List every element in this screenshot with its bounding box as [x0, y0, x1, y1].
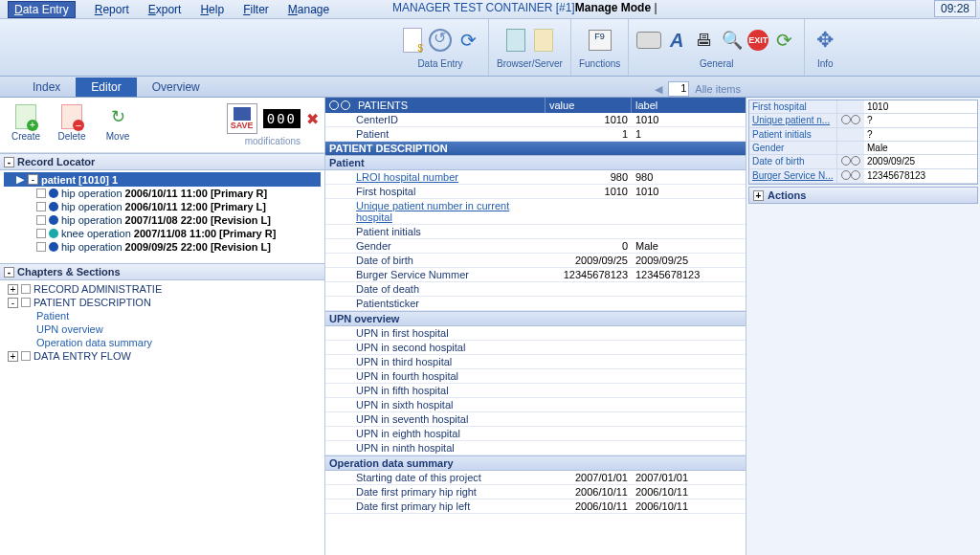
print-icon[interactable]: 🖶	[692, 28, 717, 53]
operation-label: hip operation	[61, 201, 122, 212]
data-row[interactable]: UPN in seventh hospital	[325, 412, 746, 427]
chapter-item[interactable]: +RECORD ADMINISTRATIE	[4, 282, 321, 296]
save-icon[interactable]: SAVE	[227, 103, 257, 134]
data-row[interactable]: UPN in fifth hospital	[325, 384, 746, 398]
data-row[interactable]: Gender0Male	[325, 239, 746, 254]
page-number[interactable]: 1	[668, 81, 689, 97]
checkbox-icon[interactable]	[21, 351, 31, 361]
tab-index[interactable]: Index	[17, 78, 76, 97]
fn-key-icon[interactable]: F9	[588, 28, 612, 53]
refresh-green-icon[interactable]: ⟳	[771, 28, 796, 53]
data-row[interactable]: UPN in ninth hospital	[325, 441, 746, 455]
menu-manage[interactable]: Manage	[288, 3, 329, 16]
menu-help[interactable]: Help	[200, 3, 224, 16]
data-row[interactable]: LROI hospital number980980	[325, 170, 746, 185]
data-row[interactable]: Date first primary hip left2006/10/11200…	[325, 500, 746, 514]
book-yellow-icon[interactable]	[531, 28, 556, 53]
field-value	[546, 355, 632, 368]
menu-filter[interactable]: Filter	[243, 3, 269, 16]
operation-timestamp: 2007/11/08 22:00 [Revision L]	[125, 214, 271, 226]
actions-header[interactable]: +Actions	[748, 187, 978, 204]
data-row[interactable]: Date of death	[325, 282, 746, 297]
data-row[interactable]: Starting date of this project2007/01/012…	[325, 471, 746, 485]
history-icon[interactable]	[428, 28, 453, 53]
checkbox-icon[interactable]	[36, 215, 46, 225]
book-blue-icon[interactable]	[503, 28, 528, 53]
field-name: Date first primary hip right	[352, 485, 546, 499]
modification-counter: 000	[263, 109, 301, 128]
font-icon[interactable]: A	[664, 28, 689, 53]
data-row[interactable]: CenterID10101010	[325, 113, 746, 127]
create-button[interactable]: + Create	[6, 103, 46, 142]
record-locator-header[interactable]: - Record Locator	[0, 153, 324, 170]
checkbox-icon[interactable]	[21, 284, 31, 294]
tab-editor[interactable]: Editor	[76, 78, 136, 97]
data-row[interactable]: UPN in fourth hospital	[325, 369, 746, 384]
operation-item[interactable]: hip operation 2006/10/11 12:00 [Primary …	[4, 200, 321, 213]
data-row[interactable]: Patientsticker	[325, 297, 746, 311]
move-button[interactable]: ↻ Move	[98, 103, 138, 142]
field-value	[546, 326, 632, 340]
data-row[interactable]: Date of birth2009/09/252009/09/25	[325, 254, 746, 268]
checkbox-icon[interactable]	[36, 202, 46, 211]
expander-icon[interactable]: +	[8, 284, 18, 295]
checkbox-icon[interactable]	[36, 229, 46, 238]
menu-data-entry[interactable]: Data Entry	[8, 1, 76, 18]
menu-report[interactable]: Report	[95, 3, 129, 16]
new-doc-icon[interactable]	[400, 28, 425, 53]
data-row[interactable]: UPN in eighth hospital	[325, 427, 746, 441]
operation-item[interactable]: hip operation 2009/09/25 22:00 [Revision…	[4, 240, 321, 254]
expander-icon[interactable]: +	[8, 351, 18, 362]
data-row[interactable]: First hospital10101010	[325, 185, 746, 199]
property-label: Patient initials	[749, 128, 837, 141]
data-row[interactable]: UPN in second hospital	[325, 341, 746, 355]
collapse-icon[interactable]: -	[4, 157, 14, 167]
data-row[interactable]: UPN in sixth hospital	[325, 398, 746, 412]
keyboard-icon[interactable]	[636, 28, 661, 53]
operation-item[interactable]: hip operation 2006/10/11 11:00 [Primary …	[4, 187, 321, 200]
data-row[interactable]: Unique patient number in current hospita…	[325, 199, 746, 225]
property-row[interactable]: GenderMale	[749, 142, 977, 155]
checkbox-icon[interactable]	[21, 298, 31, 307]
property-row[interactable]: Unique patient n...?	[749, 114, 977, 128]
cancel-mods-icon[interactable]: ✖	[306, 110, 319, 128]
operation-timestamp: 2006/10/11 12:00 [Primary L]	[125, 201, 266, 212]
operation-item[interactable]: knee operation 2007/11/08 11:00 [Primary…	[4, 227, 321, 240]
field-name: UPN in second hospital	[352, 341, 546, 354]
refresh-blue-icon[interactable]: ⟳	[456, 28, 480, 53]
patient-node[interactable]: ▶ - patient [1010] 1	[4, 172, 321, 187]
data-grid[interactable]: PATIENTS value label CenterID10101010Pat…	[325, 98, 746, 555]
data-row[interactable]: Patient initials	[325, 225, 746, 239]
search-icon[interactable]: 🔍	[720, 28, 745, 53]
chapter-item[interactable]: -PATIENT DESCRIPTION	[4, 296, 321, 309]
checkbox-icon[interactable]	[36, 242, 46, 252]
field-name: Unique patient number in current hospita…	[352, 199, 546, 224]
delete-button[interactable]: – Delete	[52, 103, 92, 142]
chapters-header[interactable]: - Chapters & Sections	[0, 263, 324, 280]
tab-overview[interactable]: Overview	[137, 78, 215, 97]
data-row[interactable]: UPN in third hospital	[325, 355, 746, 369]
data-row[interactable]: UPN in first hospital	[325, 326, 746, 341]
section-link[interactable]: Patient	[36, 310, 69, 322]
section-link[interactable]: Operation data summary	[36, 337, 152, 348]
property-row[interactable]: First hospital1010	[749, 100, 977, 114]
field-label	[632, 225, 746, 238]
expander-icon[interactable]: -	[8, 298, 18, 308]
property-grid: First hospital1010Unique patient n...?Pa…	[748, 100, 978, 185]
section-link[interactable]: UPN overview	[36, 323, 103, 335]
operation-item[interactable]: hip operation 2007/11/08 22:00 [Revision…	[4, 213, 321, 227]
field-value	[546, 225, 632, 238]
data-row[interactable]: Date first primary hip right2006/10/1120…	[325, 485, 746, 500]
data-row[interactable]: Patient11	[325, 127, 746, 142]
chapter-item[interactable]: +DATA ENTRY FLOW	[4, 349, 321, 363]
field-value	[546, 282, 632, 296]
property-row[interactable]: Burger Service N...12345678123	[749, 169, 977, 184]
property-row[interactable]: Patient initials?	[749, 128, 977, 142]
data-row[interactable]: Burger Service Nummer1234567812312345678…	[325, 268, 746, 282]
checkbox-icon[interactable]	[36, 189, 46, 198]
menu-export[interactable]: Export	[148, 3, 182, 16]
property-row[interactable]: Date of birth2009/09/25	[749, 155, 977, 169]
move-arrows-icon[interactable]: ✥	[813, 28, 837, 53]
collapse-icon[interactable]: -	[4, 267, 14, 278]
exit-icon[interactable]: EXIT	[747, 30, 768, 51]
